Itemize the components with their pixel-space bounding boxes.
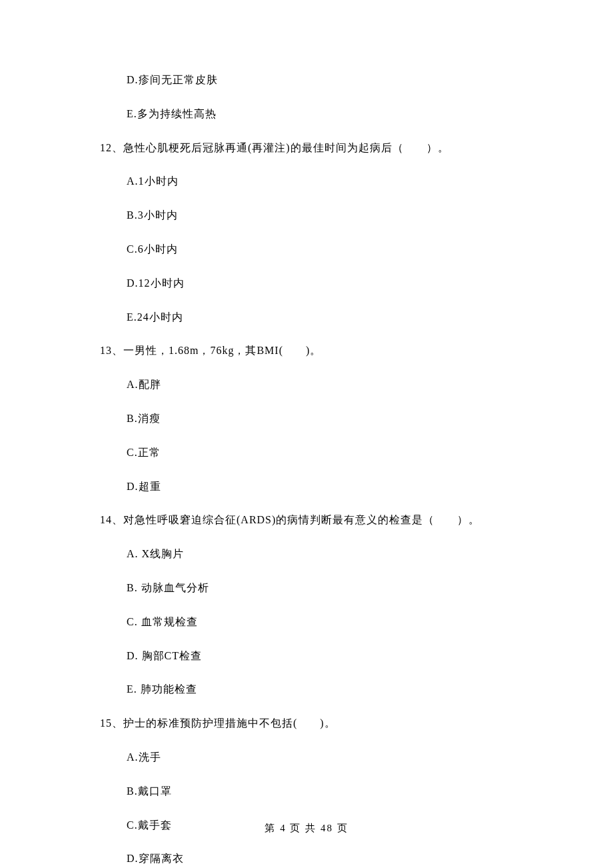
- question-number: 12、: [100, 142, 123, 153]
- question-14: 14、对急性呼吸窘迫综合征(ARDS)的病情判断最有意义的检查是（ ）。: [100, 513, 540, 527]
- option: D.穿隔离衣: [127, 852, 540, 866]
- option: B. 动脉血气分析: [127, 581, 540, 595]
- leading-option: D.疹间无正常皮肤: [127, 73, 540, 87]
- question-12: 12、急性心肌梗死后冠脉再通(再灌注)的最佳时间为起病后（ ）。: [100, 141, 540, 155]
- question-text: 急性心肌梗死后冠脉再通(再灌注)的最佳时间为起病后（ ）。: [123, 142, 449, 153]
- option: A.配胖: [127, 378, 540, 392]
- question-number: 13、: [100, 345, 123, 356]
- option: B.戴口罩: [127, 785, 540, 799]
- page-container: D.疹间无正常皮肤 E.多为持续性高热 12、急性心肌梗死后冠脉再通(再灌注)的…: [0, 0, 613, 868]
- question-text: 一男性，1.68m，76kg，其BMI( )。: [123, 345, 321, 356]
- question-number: 15、: [100, 717, 123, 729]
- option: D.超重: [127, 480, 540, 494]
- question-number: 14、: [100, 514, 123, 525]
- question-15: 15、护士的标准预防护理措施中不包括( )。: [100, 717, 540, 731]
- option: A.洗手: [127, 751, 540, 765]
- question-text: 护士的标准预防护理措施中不包括( )。: [123, 717, 336, 729]
- option: A. X线胸片: [127, 547, 540, 561]
- option: E.24小时内: [127, 311, 540, 325]
- option: B.3小时内: [127, 209, 540, 223]
- question-text: 对急性呼吸窘迫综合征(ARDS)的病情判断最有意义的检查是（ ）。: [123, 514, 480, 525]
- page-footer: 第 4 页 共 48 页: [0, 822, 613, 835]
- option: A.1小时内: [127, 175, 540, 189]
- option: C.正常: [127, 446, 540, 460]
- content-area: D.疹间无正常皮肤 E.多为持续性高热 12、急性心肌梗死后冠脉再通(再灌注)的…: [100, 73, 540, 868]
- option: E. 肺功能检查: [127, 683, 540, 697]
- option: C. 血常规检查: [127, 615, 540, 629]
- option: D. 胸部CT检查: [127, 649, 540, 663]
- question-13: 13、一男性，1.68m，76kg，其BMI( )。: [100, 344, 540, 358]
- option: B.消瘦: [127, 412, 540, 426]
- leading-option: E.多为持续性高热: [127, 107, 540, 121]
- option: D.12小时内: [127, 277, 540, 291]
- option: C.6小时内: [127, 243, 540, 257]
